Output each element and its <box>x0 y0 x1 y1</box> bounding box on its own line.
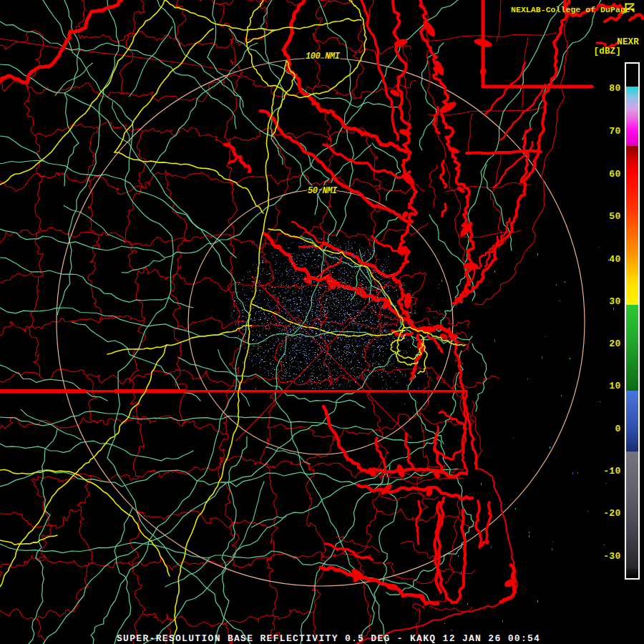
svg-text:30: 30 <box>609 296 620 307</box>
svg-text:40: 40 <box>609 254 620 265</box>
svg-text:10: 10 <box>609 381 620 391</box>
svg-text:20: 20 <box>609 338 620 349</box>
svg-text:-30: -30 <box>603 551 620 562</box>
svg-text:NEXR: NEXR <box>617 37 639 47</box>
svg-text:SUPER-RESOLUTION BASE REFLECTI: SUPER-RESOLUTION BASE REFLECTIVITY 0.5 D… <box>117 633 540 644</box>
svg-text:[dBZ]: [dBZ] <box>593 47 621 57</box>
svg-text:-20: -20 <box>603 508 620 519</box>
svg-text:100 NMI: 100 NMI <box>306 52 341 62</box>
svg-text:80: 80 <box>609 83 620 94</box>
svg-text:-10: -10 <box>603 466 620 477</box>
svg-text:NEXLAB-College of DuPage: NEXLAB-College of DuPage <box>511 5 630 14</box>
svg-text:0: 0 <box>615 424 620 434</box>
svg-text:50: 50 <box>609 211 620 222</box>
svg-text:50 NMI: 50 NMI <box>308 186 338 196</box>
svg-text:70: 70 <box>609 126 620 137</box>
svg-text:60: 60 <box>609 169 620 180</box>
